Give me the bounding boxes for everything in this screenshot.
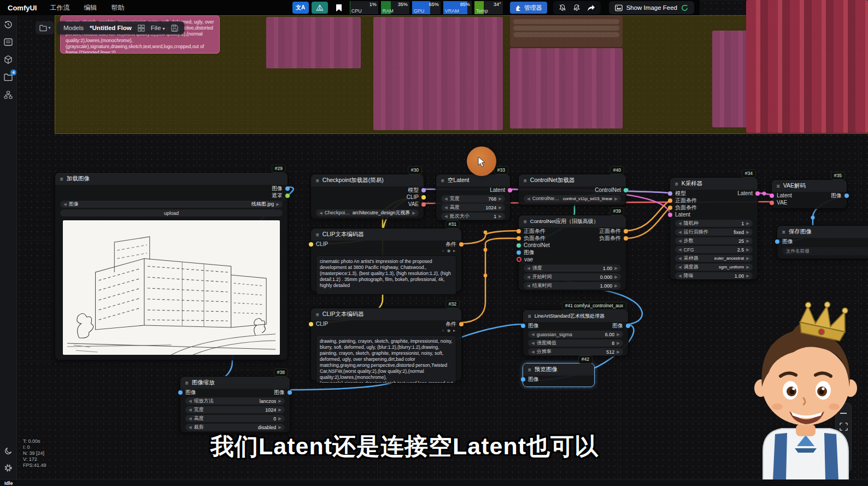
workflow-title[interactable]: *Untitled Flow: [90, 25, 132, 31]
model-library-icon[interactable]: [0, 51, 16, 68]
node-load-image[interactable]: #29 ≡加载图像 图像 遮罩 ◀图像线稿图.jpg▶ upload: [55, 172, 288, 360]
node-menu-icon[interactable]: ≡: [777, 183, 780, 189]
upload-button[interactable]: upload: [60, 209, 283, 216]
output-port-conditioning[interactable]: [459, 242, 464, 247]
input-port-positive[interactable]: [668, 198, 672, 203]
widget-width[interactable]: ◀宽度1024▶: [185, 406, 285, 413]
node-header[interactable]: ≡加载图像: [55, 173, 288, 185]
widget-control-icons[interactable]: ○◉▸: [311, 327, 461, 333]
node-clip-text-encode-negative[interactable]: #32 ≡CLIP文本编码器 CLIP条件 ○◉▸ drawing, paint…: [310, 308, 462, 381]
node-ksampler[interactable]: #34 ≡K采样器 模型Latent 正面条件 负面条件 Latent ◀随机种…: [670, 177, 758, 280]
widget-control-icons[interactable]: ○◉▸: [311, 248, 461, 253]
node-vae-decode[interactable]: #35 ≡VAE解码 Latent图像 VAE: [771, 179, 847, 209]
widget-height[interactable]: ◀高度0▶: [185, 415, 285, 422]
workspace-button[interactable]: [312, 2, 328, 14]
widget-strength[interactable]: ◀强度1.00▶: [524, 265, 621, 272]
widget-intensity-threshold[interactable]: ◀强度阈值8▶: [528, 339, 623, 347]
node-menu-icon[interactable]: ≡: [60, 176, 63, 182]
output-port-image[interactable]: [626, 324, 630, 328]
input-port-clip[interactable]: [309, 242, 313, 247]
input-port-image[interactable]: [521, 324, 525, 328]
file-menu-button[interactable]: File ▾: [151, 25, 165, 31]
widget-cfg[interactable]: ◀CFG2.5▶: [675, 246, 753, 253]
output-port-controlnet[interactable]: [624, 188, 628, 192]
node-header[interactable]: ≡VAE解码: [772, 180, 847, 192]
node-controlnet-loader[interactable]: #40 ≡ControlNet加载器 ControlNet ◀ControlNe…: [518, 174, 626, 206]
show-image-feed-button[interactable]: Show Image Feed: [609, 1, 694, 14]
input-port-image[interactable]: [178, 390, 183, 395]
input-port-image[interactable]: [517, 250, 521, 255]
node-menu-icon[interactable]: ≡: [316, 312, 319, 318]
input-port-model[interactable]: [668, 191, 672, 196]
menu-edit[interactable]: 编辑: [84, 3, 97, 13]
models-button[interactable]: Models: [63, 25, 84, 31]
node-save-image[interactable]: ≡保存图像 图像 文件名前缀: [777, 225, 868, 259]
generated-image-thumb[interactable]: [373, 17, 503, 130]
output-port-vae[interactable]: [421, 202, 426, 207]
node-header[interactable]: ≡ControlNet应用（旧版高级）: [519, 215, 626, 227]
input-port-negative[interactable]: [517, 236, 521, 241]
widget-end-percent[interactable]: ◀结束时间1.000▶: [524, 282, 621, 289]
translate-button[interactable]: 文A: [292, 2, 309, 14]
settings-gear-icon[interactable]: [0, 460, 16, 476]
input-port-latent[interactable]: [770, 194, 774, 198]
theme-toggle-icon[interactable]: [0, 442, 16, 459]
node-header[interactable]: ≡Checkpoint加载器(简易): [311, 174, 424, 186]
output-port-positive[interactable]: [624, 229, 628, 233]
input-port-latent[interactable]: [668, 213, 672, 217]
node-preview-image[interactable]: #42 ≡预览图像 图像: [523, 363, 595, 387]
filename-prefix-input[interactable]: 文件名前缀: [782, 247, 868, 255]
input-port-positive[interactable]: [517, 229, 521, 233]
output-port-latent[interactable]: [508, 188, 512, 192]
node-image-scale[interactable]: #38 ≡图像缩放 图像图像 ◀缩放方法lanczos▶ ◀宽度1024▶ ◀高…: [180, 376, 290, 433]
workflows-folder-icon[interactable]: 4: [0, 69, 16, 85]
save-icon[interactable]: [171, 25, 178, 32]
queue-icon[interactable]: [0, 34, 16, 50]
input-port-negative[interactable]: [668, 206, 672, 210]
widget-denoise[interactable]: ◀降噪1.00▶: [675, 272, 753, 279]
prompt-textarea[interactable]: cinematic photo An artist's impression o…: [316, 255, 456, 295]
node-header[interactable]: ≡ControlNet加载器: [519, 174, 626, 186]
node-header[interactable]: ≡LineArtStandard艺术线预处理器: [523, 310, 628, 322]
widget-height[interactable]: ◀高度1024▶: [441, 204, 505, 211]
node-header[interactable]: ≡CLIP文本编码器: [311, 308, 461, 320]
workflow-folder-button[interactable]: ▾: [36, 21, 54, 34]
widget-sampler-name[interactable]: ◀采样器euler_ancestral▶: [675, 255, 753, 262]
node-menu-icon[interactable]: ≡: [524, 219, 527, 225]
node-menu-icon[interactable]: ≡: [782, 229, 785, 235]
prompt-textarea[interactable]: drawing, painting, crayon, sketch, graph…: [316, 335, 456, 383]
node-lineart-preprocessor[interactable]: #41 comfyui_controlnet_aux ≡LineArtStand…: [523, 309, 629, 356]
bell-muted-icon[interactable]: [559, 4, 566, 11]
input-port-controlnet[interactable]: [517, 243, 521, 248]
node-header[interactable]: ≡保存图像: [777, 226, 868, 238]
node-menu-icon[interactable]: ≡: [675, 181, 678, 187]
generated-image-thumb[interactable]: [746, 0, 868, 133]
history-icon[interactable]: [0, 16, 16, 33]
widget-steps[interactable]: ◀步数25▶: [675, 237, 753, 244]
input-port-vae[interactable]: [770, 201, 774, 205]
output-port-negative[interactable]: [624, 236, 628, 241]
output-port-image[interactable]: [844, 194, 849, 198]
output-port-image[interactable]: [288, 390, 292, 395]
input-port-image[interactable]: [775, 239, 779, 244]
refresh-icon[interactable]: [681, 4, 688, 11]
node-header[interactable]: ≡空Latent: [436, 174, 510, 186]
node-menu-icon[interactable]: ≡: [185, 380, 189, 386]
input-port-vae[interactable]: [517, 257, 521, 262]
output-port-latent[interactable]: [755, 191, 760, 196]
bell-muted-icon[interactable]: [573, 4, 580, 11]
node-map-icon[interactable]: [0, 86, 16, 103]
node-header[interactable]: ≡CLIP文本编码器: [311, 229, 461, 241]
widget-control-after-generate[interactable]: ◀运行后操作fixed▶: [675, 229, 753, 236]
output-port-image[interactable]: [285, 186, 290, 191]
output-port-model[interactable]: [421, 188, 426, 192]
output-port-conditioning[interactable]: [459, 322, 464, 326]
node-menu-icon[interactable]: ≡: [441, 178, 444, 184]
node-checkpoint-loader[interactable]: #30 ≡Checkpoint加载器(简易) 模型 CLIP VAE ◀Chec…: [310, 174, 424, 219]
widget-image-file[interactable]: ◀图像线稿图.jpg▶: [60, 201, 283, 208]
share-icon[interactable]: [587, 4, 595, 11]
generated-image-thumb[interactable]: [266, 17, 361, 68]
bookmark-button[interactable]: [331, 2, 347, 14]
node-header[interactable]: ≡K采样器: [670, 178, 758, 190]
widget-gaussian-sigma[interactable]: ◀guassian_sigma6.00▶: [528, 331, 623, 338]
